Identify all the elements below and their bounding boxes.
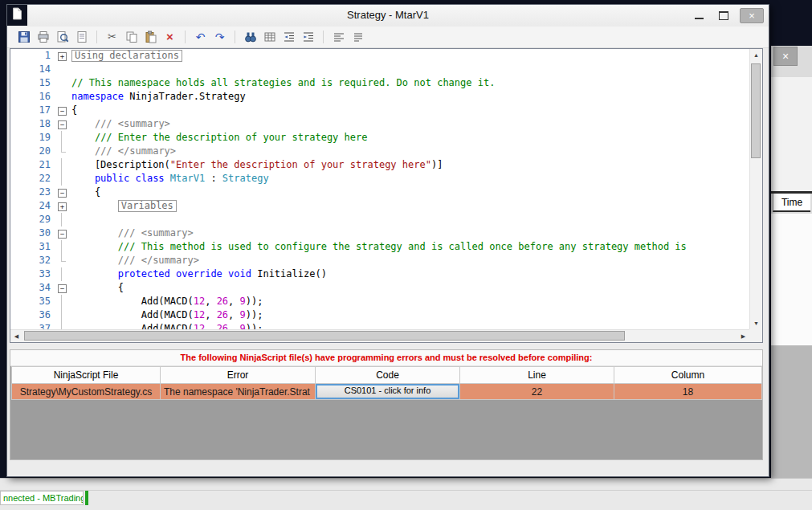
fold-box-icon[interactable]: − (58, 189, 67, 198)
fold-box-icon[interactable]: − (58, 230, 67, 239)
fold-box-icon[interactable]: + (58, 52, 67, 61)
redo-icon[interactable]: ↷ (213, 31, 226, 44)
code-line: 31 /// This method is used to configure … (10, 240, 749, 254)
line-number: 24 (10, 199, 55, 213)
fold-toggle[interactable]: + (55, 49, 69, 63)
compile-error-panel: The following NinjaScript file(s) have p… (10, 349, 763, 460)
grid-icon[interactable] (263, 31, 276, 44)
line-number: 35 (10, 295, 55, 308)
titlebar[interactable]: Strategy - MtarV1 × (7, 5, 769, 27)
code-line: 16namespace NinjaTrader.Strategy (10, 90, 749, 104)
line-number: 16 (10, 90, 55, 104)
code-line: 29 (10, 213, 749, 226)
fold-toggle[interactable]: − (55, 104, 69, 117)
code-segment: , (228, 309, 239, 320)
code-segment: , (205, 323, 216, 329)
paste-icon[interactable] (144, 31, 157, 44)
error-code-button[interactable]: CS0101 - click for info (316, 384, 459, 399)
vertical-scroll-thumb[interactable] (751, 63, 761, 158)
cut-icon[interactable]: ✂ (105, 31, 119, 44)
fold-line (61, 295, 62, 308)
code-segment: , (205, 309, 216, 320)
line-number: 37 (10, 322, 55, 329)
code-segment: )); (246, 323, 263, 329)
desktop: × Time nnected - MBTrading Strategy - Mt… (0, 0, 812, 510)
fold-line (61, 240, 62, 254)
align-lines-icon[interactable] (351, 31, 365, 44)
fold-line (61, 172, 62, 186)
minimize-button[interactable] (690, 8, 708, 22)
save-icon[interactable] (17, 31, 31, 44)
scroll-left-arrow-icon[interactable]: ◀ (10, 330, 22, 342)
print-preview-icon[interactable] (55, 31, 69, 44)
fold-line (61, 322, 62, 329)
code-line: 37 Add(MACD(12, 26, 9)); (10, 322, 749, 329)
code-segment: 12 (194, 296, 205, 307)
undo-icon[interactable]: ↶ (194, 31, 207, 44)
code-segment (71, 255, 118, 266)
window-title: Strategy - MtarV1 (7, 9, 769, 21)
line-number: 29 (10, 213, 55, 226)
fold-line (61, 158, 62, 172)
fold-toggle[interactable]: − (55, 117, 69, 131)
fold-toggle[interactable]: − (55, 186, 69, 199)
fold-box-icon[interactable]: − (58, 107, 67, 116)
fold-margin (55, 63, 69, 76)
scroll-up-arrow-icon[interactable]: ▲ (750, 49, 762, 61)
code-segment: 26 (217, 296, 228, 307)
code-text: Using declarations (69, 49, 182, 63)
code-line: 34− { (10, 281, 749, 295)
indent-icon[interactable] (301, 31, 315, 44)
code-text (69, 63, 71, 76)
align-left-icon[interactable] (332, 31, 345, 44)
print-icon[interactable] (36, 31, 50, 44)
code-view[interactable]: 1+Using declarations1415// This namespac… (10, 49, 749, 329)
strategy-editor-window: Strategy - MtarV1 × ✂×↶↷ 1+Using declara… (6, 4, 769, 477)
copy-icon[interactable] (124, 31, 138, 44)
horizontal-scroll-track[interactable] (22, 330, 737, 342)
error-column-header: Line (460, 367, 614, 384)
code-segment: namespace (71, 91, 124, 102)
background-window-close-button[interactable]: × (773, 47, 798, 66)
outdent-icon[interactable] (282, 31, 296, 44)
fold-line (61, 308, 62, 322)
time-column-header: Time (773, 194, 810, 212)
code-segment: , (228, 296, 239, 307)
code-segment: 9 (240, 309, 246, 320)
code-segment (71, 268, 118, 279)
delete-icon[interactable]: × (163, 31, 177, 44)
code-text: { (69, 186, 100, 199)
error-row[interactable]: Strategy\MyCustomStrategy.csThe namespac… (12, 384, 762, 400)
fold-box-icon[interactable]: − (58, 284, 67, 293)
collapsed-region: Variables (118, 200, 177, 212)
code-text: /// <summary> (69, 117, 170, 131)
vertical-scrollbar[interactable]: ▲ ▼ (749, 49, 762, 329)
fold-toggle[interactable]: − (55, 281, 69, 295)
toolbar-separator (185, 31, 186, 43)
line-number: 15 (10, 76, 55, 90)
code-text: /// Enter the description of your strate… (69, 131, 367, 145)
vertical-scroll-track[interactable] (750, 61, 762, 317)
code-segment: { (71, 282, 124, 293)
scroll-down-arrow-icon[interactable]: ▼ (750, 317, 762, 329)
page-setup-icon[interactable] (75, 31, 88, 44)
fold-box-icon[interactable]: − (58, 120, 67, 129)
horizontal-scroll-thumb[interactable] (24, 331, 625, 341)
maximize-button[interactable] (715, 8, 732, 22)
code-segment: "Enter the description of your strategy … (170, 159, 431, 170)
collapsed-region: Using declarations (71, 50, 182, 62)
horizontal-scrollbar[interactable]: ◀ ▶ (10, 329, 749, 342)
fold-toggle[interactable]: + (55, 199, 69, 213)
scroll-right-arrow-icon[interactable]: ▶ (737, 330, 749, 342)
code-segment: )] (431, 159, 443, 170)
fold-box-icon[interactable]: + (58, 202, 67, 211)
code-segment: /// This method is used to configure the… (118, 241, 687, 252)
error-code-cell: CS0101 - click for info (316, 384, 460, 400)
close-button[interactable]: × (740, 8, 764, 23)
find-icon[interactable] (243, 31, 257, 44)
fold-toggle[interactable]: − (55, 226, 69, 240)
error-file-cell: Strategy\MyCustomStrategy.cs (12, 384, 161, 400)
code-segment: 12 (194, 309, 205, 320)
error-column-header: Error (161, 367, 316, 384)
code-segment: /// <summary> (118, 227, 194, 239)
